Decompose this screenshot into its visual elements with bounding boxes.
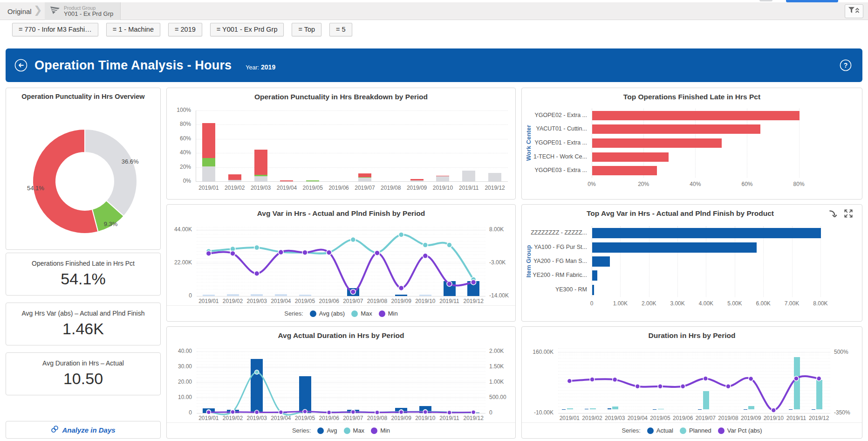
bar-segment[interactable] [410,179,424,180]
grid-minor [197,272,485,272]
analyze-in-days-link[interactable]: Analyze in Days [6,421,161,439]
slice-label: 36.6% [122,158,139,165]
legend-item[interactable]: Min [379,310,398,317]
bar[interactable] [592,111,800,120]
bar[interactable] [658,409,664,409]
bar[interactable] [227,294,239,296]
bar[interactable] [467,281,479,296]
bar-segment[interactable] [254,176,267,181]
bar-segment[interactable] [358,173,371,177]
legend-item[interactable]: Avg [317,427,337,434]
bar[interactable] [744,409,747,410]
bar[interactable] [703,391,709,410]
category-label: YA100 - FG Pur St... [525,244,587,250]
bar[interactable] [592,138,722,148]
bar[interactable] [444,413,456,413]
bar[interactable] [748,406,754,409]
bar[interactable] [275,413,287,413]
bar[interactable] [419,406,431,413]
bar[interactable] [299,295,311,296]
filter-chip-company[interactable]: = 770 - Infor M3 Fashi… [12,23,98,36]
bar-segment[interactable] [306,180,319,181]
bar-segment[interactable] [202,123,215,158]
bar-segment[interactable] [410,180,424,181]
filter-chip-year[interactable]: = 2019 [168,23,202,36]
bar[interactable] [562,409,566,410]
filter-chip-division[interactable]: = 1 - Machine [106,23,160,36]
bar[interactable] [592,256,610,267]
bar[interactable] [251,294,263,296]
bar[interactable] [323,413,335,413]
bar[interactable] [592,228,821,238]
legend-item[interactable]: Avg (abs) [310,310,345,317]
bar-segment[interactable] [436,176,449,181]
legend-item[interactable]: Actual [647,427,673,434]
category-label: 1-TECH - Work Ce... [525,153,587,160]
bar-segment[interactable] [202,166,215,181]
legend-item[interactable]: Min [371,427,390,434]
bar[interactable] [592,152,669,162]
expand-icon[interactable] [843,208,854,220]
donut-slice[interactable] [85,129,137,216]
back-button[interactable] [14,58,28,72]
bar[interactable] [395,295,407,296]
bar-segment[interactable] [228,180,241,181]
bar[interactable] [347,288,359,296]
bar[interactable] [789,409,793,410]
bar-segment[interactable] [358,178,371,181]
legend-item[interactable]: Planned [680,427,711,434]
legend-item[interactable]: Max [351,310,372,317]
bar[interactable] [592,285,594,295]
bar-segment[interactable] [228,174,241,180]
panel-top-late: Top Operations Finished Late in Hrs Pct … [521,88,862,200]
help-button[interactable]: ? [839,59,852,72]
bar[interactable] [592,270,597,281]
bar[interactable] [419,295,431,296]
bar[interactable] [612,407,618,409]
tab-original[interactable]: Original [7,2,32,20]
bar-segment[interactable] [202,158,215,166]
filter-chip-top[interactable]: = Top [292,23,321,36]
bar[interactable] [371,413,383,413]
bar[interactable] [592,124,760,134]
collapse-prompts-button[interactable] [845,4,863,18]
filter-chip-top-n[interactable]: = 5 [329,23,352,36]
bar-segment[interactable] [254,175,267,176]
bar[interactable] [567,408,573,409]
bar[interactable] [608,408,611,409]
bar[interactable] [592,166,657,175]
bar-segment[interactable] [436,176,449,177]
bar[interactable] [251,359,263,413]
bar[interactable] [592,242,757,253]
bar[interactable] [227,410,239,413]
bar[interactable] [203,408,215,413]
bar[interactable] [299,376,311,413]
bar[interactable] [585,409,588,409]
bar[interactable] [203,295,215,296]
category-label: YE200 - RM Fabric... [525,272,587,278]
legend-item[interactable]: Max [344,427,365,434]
bar[interactable] [444,281,456,296]
x-axis-label: 2019/06 [325,185,353,191]
bar[interactable] [467,413,479,413]
bar[interactable] [590,408,596,409]
bar[interactable] [698,409,702,410]
breadcrumb[interactable]: Product Group Y001 - Ex Prd Grp [45,2,121,20]
grid-minor [558,403,830,404]
legend-label: Max [353,427,365,434]
drill-down-icon[interactable] [827,209,838,221]
bar[interactable] [812,409,815,410]
bar-segment[interactable] [254,150,267,175]
filter-chip-product-group[interactable]: = Y001 - Ex Prd Grp [210,23,284,36]
bar-segment[interactable] [358,177,371,178]
bar[interactable] [347,410,359,413]
bar-segment[interactable] [462,171,475,181]
bar[interactable] [275,294,287,296]
bar[interactable] [816,380,822,409]
legend-item[interactable]: Var Pct (abs) [718,427,762,434]
bar[interactable] [794,357,800,409]
bar-segment[interactable] [280,180,293,181]
bar-segment[interactable] [488,173,501,181]
bar[interactable] [395,408,407,413]
bar[interactable] [653,409,656,410]
